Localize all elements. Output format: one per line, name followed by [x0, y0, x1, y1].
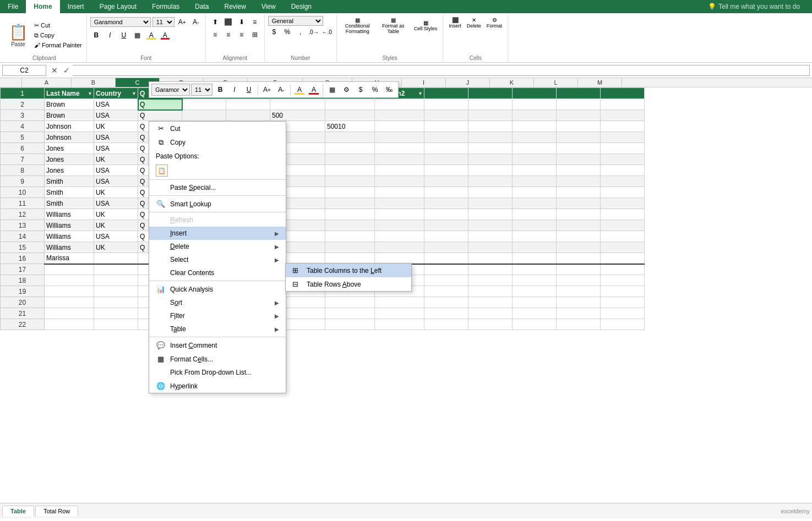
insert-submenu: ⊞ Table Columns to the Left ⊟ Table Rows…	[285, 263, 412, 292]
mini-fill-color-button[interactable]: A	[293, 83, 306, 96]
paste-option-clipboard[interactable]: 📋	[156, 164, 168, 177]
mini-increase-font-button[interactable]: A+	[260, 83, 274, 96]
mini-italic-button[interactable]: I	[228, 83, 241, 96]
context-menu-overlay[interactable]	[0, 0, 812, 518]
ctx-format-cells[interactable]: ▦ Format Cells...	[149, 352, 286, 366]
ctx-quick-analysis-label: Quick Analysis	[170, 286, 213, 293]
ctx-sep3	[149, 212, 286, 212]
ctx-format-cells-label: Format Cells...	[170, 355, 213, 363]
ctx-smart-lookup[interactable]: 🔍 Smart Lookup	[149, 197, 286, 211]
ctx-insert[interactable]: Insert ▶	[149, 227, 286, 240]
ctx-insert-comment[interactable]: 💬 Insert Comment	[149, 338, 286, 352]
mini-separator	[258, 84, 258, 95]
cut-icon: ✂	[156, 124, 166, 133]
ctx-sep1	[149, 179, 286, 180]
ctx-table-label: Table	[170, 325, 186, 333]
ctx-clear-label: Clear Contents	[170, 269, 214, 277]
mini-dollar-button[interactable]: $	[354, 83, 367, 96]
quick-analysis-icon: 📊	[156, 285, 166, 293]
table-cols-left-label: Table Columns to the Left	[307, 267, 382, 275]
sort-arrow: ▶	[275, 300, 279, 306]
ctx-sort-label: Sort	[170, 299, 182, 306]
mini-font-color-button[interactable]: A	[307, 83, 320, 96]
smart-lookup-icon: 🔍	[156, 200, 166, 208]
copy-icon: ⧉	[156, 138, 166, 147]
ctx-filter[interactable]: Filter ▶	[149, 309, 286, 322]
table-rows-above-label: Table Rows Above	[307, 281, 361, 288]
ctx-hyperlink-label: Hyperlink	[170, 382, 198, 390]
delete-arrow: ▶	[275, 244, 279, 250]
table-arrow: ▶	[275, 326, 279, 332]
ctx-filter-label: Filter	[170, 312, 185, 320]
ctx-paste-icon-row: 📋	[149, 163, 286, 178]
mini-font-name[interactable]: Garamor	[151, 84, 190, 96]
ctx-paste-options-label: Paste Options:	[156, 152, 199, 160]
mini-font-size[interactable]: 11	[191, 84, 212, 96]
hyperlink-icon: 🌐	[156, 382, 166, 390]
mini-separator3	[323, 84, 323, 95]
context-menu: ✂ Cut ⧉ Copy Paste Options: 📋 Paste Spec…	[149, 121, 286, 393]
ctx-refresh: Refresh	[149, 213, 286, 227]
ctx-sep5	[149, 337, 286, 337]
ctx-copy[interactable]: ⧉ Copy	[149, 135, 286, 150]
filter-arrow: ▶	[275, 313, 279, 319]
ctx-select[interactable]: Select ▶	[149, 253, 286, 266]
ctx-sep4	[149, 281, 286, 281]
ctx-pick-from-list[interactable]: Pick From Drop-down List...	[149, 366, 286, 379]
ctx-hyperlink[interactable]: 🌐 Hyperlink	[149, 379, 286, 393]
ctx-insert-label: Insert	[170, 229, 187, 237]
ctx-insert-comment-label: Insert Comment	[170, 342, 217, 349]
table-rows-icon: ⊟	[292, 280, 302, 288]
ctx-table[interactable]: Table ▶	[149, 322, 286, 336]
mini-bold-button[interactable]: B	[214, 83, 227, 96]
ctx-paste-options: Paste Options:	[149, 150, 286, 163]
insert-arrow: ▶	[275, 231, 279, 237]
ctx-delete[interactable]: Delete ▶	[149, 240, 286, 253]
ctx-cut[interactable]: ✂ Cut	[149, 122, 286, 135]
submenu-table-cols-left[interactable]: ⊞ Table Columns to the Left	[286, 264, 411, 277]
mini-toolbar: Garamor 11 B I U A+ A- A A ▦ ⚙ $ % ‰	[149, 81, 399, 98]
mini-border-button[interactable]: ▦	[325, 83, 339, 96]
mini-percent-button[interactable]: %	[368, 83, 382, 96]
ctx-clear-contents[interactable]: Clear Contents	[149, 266, 286, 279]
ctx-delete-label: Delete	[170, 243, 189, 250]
ctx-cut-label: Cut	[170, 125, 181, 133]
table-cols-icon: ⊞	[292, 266, 302, 275]
ctx-quick-analysis[interactable]: 📊 Quick Analysis	[149, 282, 286, 296]
mini-underline-button[interactable]: U	[242, 83, 255, 96]
submenu-table-rows-above[interactable]: ⊟ Table Rows Above	[286, 277, 411, 291]
ctx-paste-special-label: Paste Special...	[170, 184, 216, 191]
mini-separator2	[290, 84, 291, 95]
ctx-refresh-label: Refresh	[170, 216, 193, 224]
select-arrow: ▶	[275, 257, 279, 263]
ctx-smart-lookup-label: Smart Lookup	[170, 200, 211, 208]
ctx-sep2	[149, 195, 286, 196]
mini-format-button[interactable]: ⚙	[340, 83, 353, 96]
mini-decrease-font-button[interactable]: A-	[275, 83, 288, 96]
mini-comma-button[interactable]: ‰	[383, 83, 396, 96]
comment-icon: 💬	[156, 341, 166, 349]
ctx-sort[interactable]: Sort ▶	[149, 296, 286, 309]
ctx-pick-from-list-label: Pick From Drop-down List...	[170, 369, 252, 376]
ctx-paste-special[interactable]: Paste Special...	[149, 181, 286, 194]
ctx-select-label: Select	[170, 256, 188, 264]
ctx-copy-label: Copy	[170, 139, 186, 146]
format-cells-icon: ▦	[156, 355, 166, 363]
